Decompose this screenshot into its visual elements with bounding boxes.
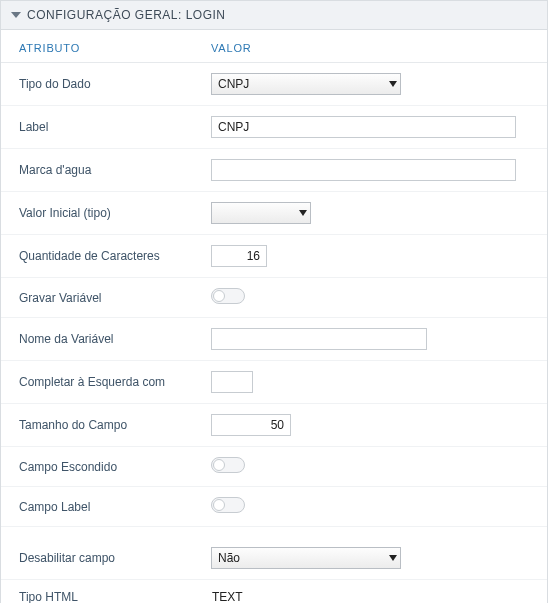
header-atributo: ATRIBUTO [1,42,201,54]
label-tipo-dado: Tipo do Dado [1,77,201,91]
header-valor: VALOR [201,42,547,54]
row-campo-escondido: Campo Escondido [1,447,547,487]
input-completar-esquerda[interactable] [211,371,253,393]
toggle-knob-icon [213,499,225,511]
row-marca-dagua: Marca d'agua [1,149,547,192]
value-tipo-html: TEXT [211,590,243,603]
row-tamanho-campo: Tamanho do Campo [1,404,547,447]
row-completar-esquerda: Completar à Esquerda com [1,361,547,404]
label-gravar-variavel: Gravar Variável [1,291,201,305]
row-tipo-dado: Tipo do Dado CNPJ [1,63,547,106]
label-campo-label: Campo Label [1,500,201,514]
label-valor-inicial: Valor Inicial (tipo) [1,206,201,220]
row-campo-label: Campo Label [1,487,547,527]
toggle-campo-label[interactable] [211,497,245,513]
collapse-icon [11,12,21,18]
row-nome-variavel: Nome da Variável [1,318,547,361]
input-qtd-caracteres[interactable] [211,245,267,267]
row-desabilitar-campo: Desabilitar campo Não [1,537,547,580]
input-marca-dagua[interactable] [211,159,516,181]
select-valor-inicial[interactable] [211,202,311,224]
toggle-campo-escondido[interactable] [211,457,245,473]
row-tipo-html: Tipo HTML TEXT [1,580,547,603]
panel-title: CONFIGURAÇÃO GERAL: LOGIN [27,8,226,22]
label-tamanho-campo: Tamanho do Campo [1,418,201,432]
row-valor-inicial: Valor Inicial (tipo) [1,192,547,235]
row-qtd-caracteres: Quantidade de Caracteres [1,235,547,278]
input-tamanho-campo[interactable] [211,414,291,436]
row-label: Label [1,106,547,149]
toggle-knob-icon [213,290,225,302]
toggle-gravar-variavel[interactable] [211,288,245,304]
label-tipo-html: Tipo HTML [1,590,201,603]
toggle-knob-icon [213,459,225,471]
select-tipo-dado[interactable]: CNPJ [211,73,401,95]
label-desabilitar-campo: Desabilitar campo [1,551,201,565]
columns-header: ATRIBUTO VALOR [1,30,547,63]
row-gravar-variavel: Gravar Variável [1,278,547,318]
label-nome-variavel: Nome da Variável [1,332,201,346]
select-desabilitar-campo[interactable]: Não [211,547,401,569]
input-label[interactable] [211,116,516,138]
label-campo-escondido: Campo Escondido [1,460,201,474]
label-completar-esquerda: Completar à Esquerda com [1,375,201,389]
label-marca-dagua: Marca d'agua [1,163,201,177]
panel-header[interactable]: CONFIGURAÇÃO GERAL: LOGIN [1,1,547,30]
label-label: Label [1,120,201,134]
input-nome-variavel[interactable] [211,328,427,350]
general-config-panel: CONFIGURAÇÃO GERAL: LOGIN ATRIBUTO VALOR… [0,0,548,603]
label-qtd-caracteres: Quantidade de Caracteres [1,249,201,263]
